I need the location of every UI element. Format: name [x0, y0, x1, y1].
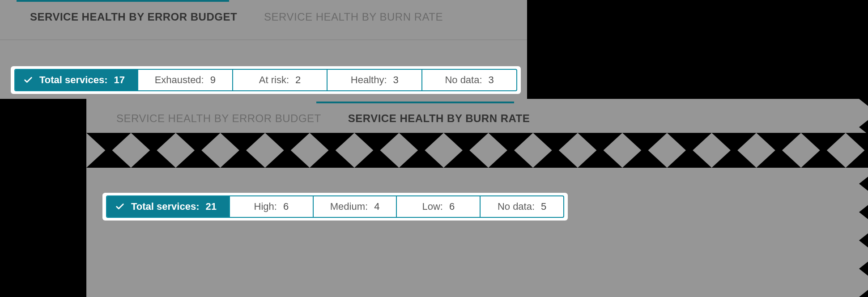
divider [0, 39, 527, 40]
torn-edge-icon [86, 133, 868, 153]
tab-error-budget[interactable]: SERVICE HEALTH BY ERROR BUDGET [103, 102, 335, 133]
summary-bar: Total services 21 High 6 Medium 4 Low 6 … [102, 193, 568, 221]
panel-error-budget: SERVICE HEALTH BY ERROR BUDGET SERVICE H… [0, 0, 527, 99]
summary-cell-label: At risk [259, 74, 289, 86]
summary-cell-value: 6 [449, 201, 455, 212]
summary-bar: Total services 17 Exhausted 9 At risk 2 … [11, 66, 521, 94]
summary-at-risk[interactable]: At risk 2 [232, 70, 327, 90]
summary-cell-value: 3 [393, 74, 399, 86]
summary-cells: Total services 17 Exhausted 9 At risk 2 … [14, 69, 517, 91]
summary-no-data[interactable]: No data 5 [480, 196, 563, 217]
summary-total-label: Total services [131, 201, 199, 212]
summary-high[interactable]: High 6 [229, 196, 313, 217]
summary-healthy[interactable]: Healthy 3 [327, 70, 421, 90]
summary-total[interactable]: Total services 21 [107, 196, 229, 217]
summary-total[interactable]: Total services 17 [15, 70, 137, 90]
summary-cell-value: 9 [210, 74, 216, 86]
summary-cell-label: No data [498, 201, 535, 212]
summary-total-label: Total services [39, 74, 107, 86]
check-icon [115, 202, 125, 212]
summary-cell-label: Healthy [351, 74, 387, 86]
summary-cell-value: 4 [374, 201, 379, 212]
summary-low[interactable]: Low 6 [396, 196, 480, 217]
summary-cell-label: High [254, 201, 277, 212]
summary-cell-value: 2 [295, 74, 301, 86]
tab-burn-rate[interactable]: SERVICE HEALTH BY BURN RATE [335, 102, 543, 133]
summary-total-value: 17 [114, 74, 124, 86]
active-tab-underline [17, 0, 229, 2]
panel-burn-rate: SERVICE HEALTH BY ERROR BUDGET SERVICE H… [86, 99, 868, 297]
summary-cell-label: Medium [330, 201, 368, 212]
summary-cell-value: 6 [283, 201, 289, 212]
summary-cell-label: Low [422, 201, 443, 212]
tabs: SERVICE HEALTH BY ERROR BUDGET SERVICE H… [86, 99, 868, 133]
summary-cells: Total services 21 High 6 Medium 4 Low 6 … [106, 195, 564, 218]
tabs: SERVICE HEALTH BY ERROR BUDGET SERVICE H… [0, 0, 527, 31]
torn-edge-icon [86, 147, 868, 168]
tab-error-budget[interactable]: SERVICE HEALTH BY ERROR BUDGET [17, 1, 251, 31]
tab-burn-rate[interactable]: SERVICE HEALTH BY BURN RATE [251, 1, 456, 31]
summary-exhausted[interactable]: Exhausted 9 [137, 70, 232, 90]
summary-cell-label: No data [445, 74, 482, 86]
summary-medium[interactable]: Medium 4 [313, 196, 396, 217]
summary-total-value: 21 [205, 201, 216, 212]
summary-no-data[interactable]: No data 3 [421, 70, 516, 90]
active-tab-underline [316, 102, 514, 103]
summary-cell-value: 3 [489, 74, 494, 86]
check-icon [23, 75, 33, 85]
summary-cell-label: Exhausted [155, 74, 204, 86]
summary-cell-value: 5 [541, 201, 546, 212]
